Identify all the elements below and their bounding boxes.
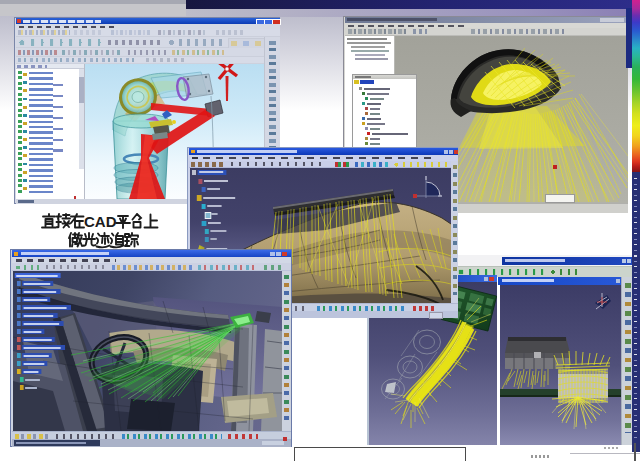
svg-text:CAD: CAD — [84, 213, 117, 230]
